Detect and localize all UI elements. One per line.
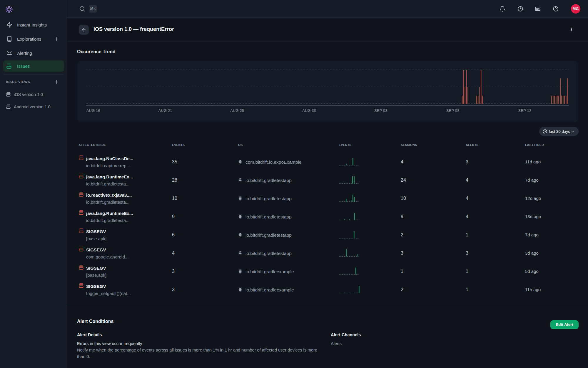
svg-text:AUG 30: AUG 30 [302, 109, 316, 113]
svg-text:SEP 12: SEP 12 [518, 109, 532, 113]
svg-text:AUG 16: AUG 16 [86, 109, 100, 113]
svg-text:SEP 08: SEP 08 [446, 109, 460, 113]
svg-text:SEP 03: SEP 03 [374, 109, 387, 113]
svg-text:AUG 25: AUG 25 [230, 109, 244, 113]
svg-text:AUG 21: AUG 21 [158, 109, 172, 113]
